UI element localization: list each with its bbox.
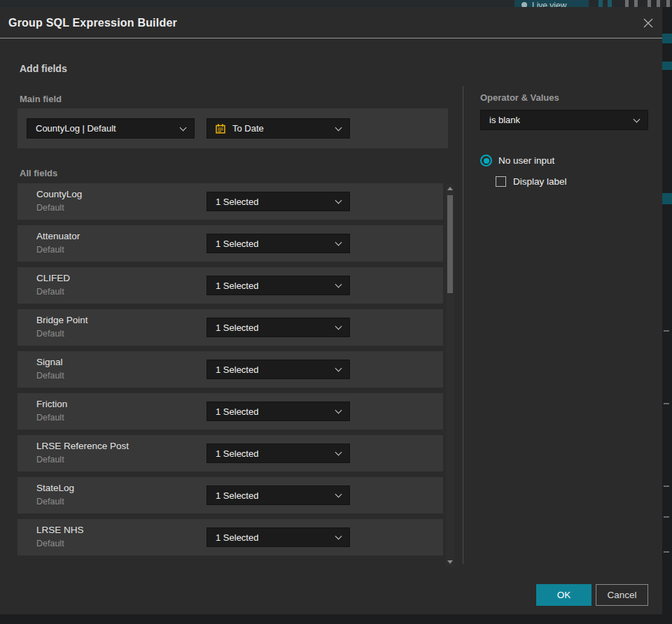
date-attribute-select[interactable]: To Date	[206, 118, 350, 139]
field-selected-dropdown[interactable]: 1 Selected	[206, 360, 350, 379]
background-fragment	[662, 193, 672, 204]
field-name: CountyLog	[36, 189, 82, 199]
live-view-label: Live view	[532, 1, 566, 7]
field-row-signal: Signal Default 1 Selected	[18, 351, 443, 388]
operator-select[interactable]: is blank	[480, 110, 648, 130]
field-selected-dropdown[interactable]: 1 Selected	[206, 444, 350, 463]
background-fragment	[664, 516, 669, 518]
live-view-button[interactable]: Live view	[514, 0, 589, 7]
radio-label: No user input	[498, 155, 554, 166]
toolbar-icon-fragment	[657, 0, 660, 7]
chevron-down-icon	[335, 124, 342, 131]
background-fragment	[664, 551, 669, 553]
chevron-down-icon	[335, 323, 342, 330]
toolbar-icon-fragment	[625, 0, 629, 7]
field-name: Friction	[36, 399, 67, 409]
field-selected-dropdown[interactable]: 1 Selected	[206, 276, 350, 295]
field-row-countylog: CountyLog Default 1 Selected	[18, 183, 443, 220]
chevron-down-icon	[335, 239, 342, 246]
main-field-label: Main field	[20, 94, 62, 104]
close-button[interactable]	[638, 13, 658, 33]
field-subtitle: Default	[36, 497, 64, 506]
panel-divider	[463, 86, 463, 564]
field-name: Signal	[36, 357, 63, 367]
field-selected-dropdown[interactable]: 1 Selected	[206, 234, 350, 253]
toolbar-icon-fragment	[608, 0, 612, 7]
background-app-bottom-strip	[0, 614, 662, 624]
chevron-down-icon	[335, 491, 342, 498]
field-name: StateLog	[36, 483, 74, 493]
background-fragment	[664, 330, 669, 332]
field-name: CLIFED	[36, 273, 70, 283]
background-app-top-strip: Live view	[0, 0, 672, 7]
toolbar-icon-fragment	[598, 0, 603, 7]
field-row-friction: Friction Default 1 Selected	[18, 393, 443, 430]
main-field-select[interactable]: CountyLog | Default	[27, 118, 195, 139]
main-field-select-value: CountyLog | Default	[27, 123, 116, 134]
field-selected-dropdown[interactable]: 1 Selected	[206, 318, 350, 337]
field-name: Attenuator	[36, 231, 80, 241]
dialog-title: Group SQL Expression Builder	[8, 7, 177, 38]
chevron-down-icon	[335, 407, 342, 414]
no-user-input-radio[interactable]: No user input	[480, 155, 554, 166]
main-field-container: CountyLog | Default To Date	[18, 108, 448, 148]
calendar-icon	[215, 123, 226, 134]
field-selected-dropdown[interactable]: 1 Selected	[206, 192, 350, 211]
field-subtitle: Default	[36, 245, 64, 255]
background-fragment	[662, 62, 672, 70]
scrollbar-thumb[interactable]	[447, 195, 453, 293]
checkbox-label: Display label	[513, 176, 567, 187]
chevron-down-icon	[180, 124, 187, 131]
field-subtitle: Default	[36, 539, 64, 548]
field-name: LRSE Reference Post	[36, 441, 129, 451]
field-name: Bridge Point	[36, 315, 88, 325]
group-sql-expression-builder-dialog: Group SQL Expression Builder Add fields …	[0, 7, 662, 614]
field-name: LRSE NHS	[36, 525, 84, 535]
field-subtitle: Default	[36, 203, 64, 213]
chevron-down-icon	[335, 533, 342, 540]
field-row-bridge-point: Bridge Point Default 1 Selected	[18, 309, 443, 346]
close-icon	[643, 17, 654, 29]
chevron-down-icon	[335, 197, 342, 204]
cancel-button[interactable]: Cancel	[596, 584, 648, 606]
live-dot-icon	[522, 2, 527, 7]
all-fields-scrollbar[interactable]	[446, 184, 454, 567]
field-subtitle: Default	[36, 287, 64, 297]
toolbar-icon-fragment	[648, 0, 651, 7]
field-subtitle: Default	[36, 329, 64, 339]
field-row-statelog: StateLog Default 1 Selected	[18, 477, 443, 513]
field-selected-dropdown[interactable]: 1 Selected	[206, 402, 350, 421]
chevron-down-icon	[634, 115, 640, 122]
background-fragment	[664, 403, 669, 404]
toolbar-icon-fragment	[666, 0, 670, 7]
toolbar-icon-fragment	[634, 0, 638, 7]
ok-button[interactable]: OK	[536, 584, 592, 606]
field-row-attenuator: Attenuator Default 1 Selected	[18, 225, 443, 262]
dialog-header: Group SQL Expression Builder	[0, 7, 662, 38]
scroll-down-arrow-icon[interactable]	[447, 560, 453, 564]
chevron-down-icon	[335, 449, 342, 456]
field-selected-dropdown[interactable]: 1 Selected	[206, 485, 350, 505]
add-fields-heading: Add fields	[20, 63, 67, 74]
field-row-clifed: CLIFED Default 1 Selected	[18, 267, 443, 304]
background-fragment	[664, 485, 669, 487]
operator-select-value: is blank	[481, 115, 520, 125]
field-subtitle: Default	[36, 371, 64, 381]
chevron-down-icon	[335, 365, 342, 372]
checkbox-unchecked-icon	[496, 176, 506, 187]
background-app-right-strip	[662, 7, 672, 624]
date-attribute-select-value: To Date	[226, 123, 264, 134]
display-label-checkbox[interactable]: Display label	[496, 176, 567, 187]
field-selected-dropdown[interactable]: 1 Selected	[206, 527, 350, 547]
field-subtitle: Default	[36, 413, 64, 423]
scroll-up-arrow-icon[interactable]	[447, 187, 453, 190]
chevron-down-icon	[335, 281, 342, 288]
radio-selected-icon	[480, 155, 492, 166]
background-fragment	[662, 34, 672, 43]
operator-values-label: Operator & Values	[480, 92, 559, 103]
field-row-lrse-reference-post: LRSE Reference Post Default 1 Selected	[18, 435, 443, 471]
all-fields-label: All fields	[20, 168, 57, 178]
field-row-lrse-nhs: LRSE NHS Default 1 Selected	[18, 519, 443, 555]
field-subtitle: Default	[36, 455, 64, 465]
